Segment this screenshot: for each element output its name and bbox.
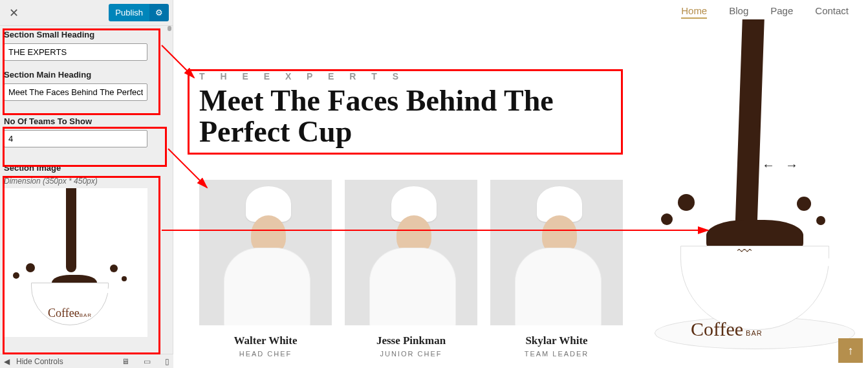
nav-home[interactable]: Home <box>681 5 707 19</box>
team-name: Skylar White <box>490 334 623 347</box>
team-role: JUNIOR CHEF <box>345 350 477 358</box>
annotation-box <box>3 176 160 354</box>
team-photo <box>199 180 332 325</box>
teams-label: No Of Teams To Show <box>4 116 162 126</box>
publish-group: Publish ⚙ <box>109 4 169 21</box>
annotation-box <box>188 69 623 155</box>
mobile-preview-icon[interactable]: ▯ <box>165 357 169 366</box>
nav-blog[interactable]: Blog <box>729 5 748 19</box>
team-cards: Walter White HEAD CHEF Jesse Pinkman JUN… <box>199 180 623 358</box>
nav-page[interactable]: Page <box>770 5 793 19</box>
desktop-preview-icon[interactable]: 🖥 <box>122 357 129 366</box>
tablet-preview-icon[interactable]: ▭ <box>144 357 151 366</box>
annotation-box <box>3 127 167 167</box>
scroll-to-top-button[interactable]: ↑ <box>838 338 863 363</box>
annotation-box <box>3 28 160 115</box>
sidebar-header: ✕ Publish ⚙ <box>0 0 173 26</box>
close-icon[interactable]: ✕ <box>4 3 24 23</box>
arrow-up-icon: ↑ <box>848 344 854 358</box>
team-role: HEAD CHEF <box>199 350 332 358</box>
publish-button[interactable]: Publish <box>109 4 149 21</box>
team-photo <box>345 180 477 325</box>
team-role: TEAM LEADER <box>490 350 623 358</box>
team-name: Walter White <box>199 334 332 347</box>
hide-controls-link[interactable]: Hide Controls <box>16 357 63 366</box>
team-name: Jesse Pinkman <box>345 334 477 347</box>
gear-icon: ⚙ <box>155 8 163 17</box>
team-photo <box>490 180 623 325</box>
section-image: 〰 CoffeeBAR <box>655 19 849 356</box>
main-nav: Home Blog Page Contact <box>681 5 849 19</box>
team-card: Skylar White TEAM LEADER <box>490 180 623 358</box>
site-preview: Home Blog Page Contact T H E E X P E R T… <box>173 0 868 368</box>
nav-contact[interactable]: Contact <box>815 5 849 19</box>
collapse-icon[interactable]: ◀ <box>4 357 10 366</box>
team-card: Walter White HEAD CHEF <box>199 180 332 358</box>
coffee-logo: CoffeeBAR <box>691 318 763 340</box>
team-card: Jesse Pinkman JUNIOR CHEF <box>345 180 477 358</box>
sidebar-footer: ◀ Hide Controls 🖥 ▭ ▯ <box>0 354 173 368</box>
scrollbar-indicator[interactable] <box>168 26 171 31</box>
publish-settings-button[interactable]: ⚙ <box>149 4 169 21</box>
publish-label: Publish <box>115 8 143 17</box>
